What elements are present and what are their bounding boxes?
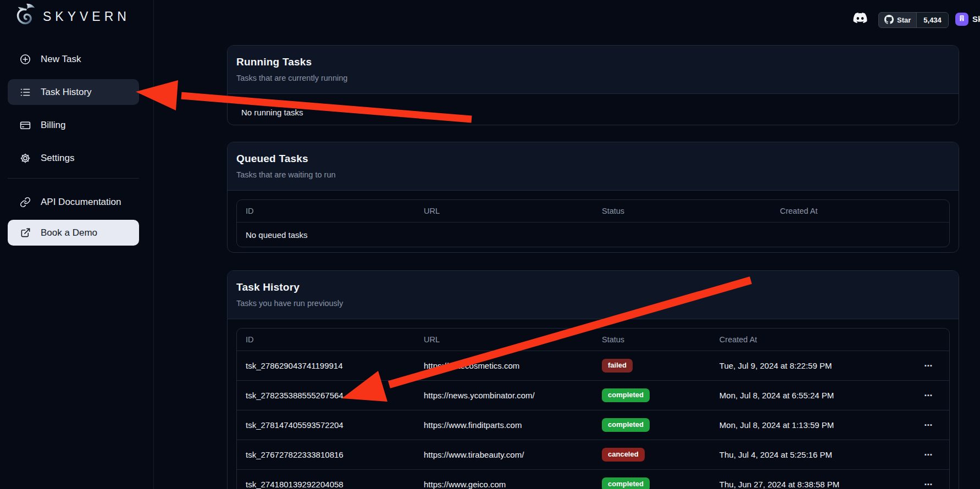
running-tasks-empty-message: No running tasks (228, 94, 959, 125)
sidebar-item-billing[interactable]: Billing (8, 112, 139, 138)
task-history-subtitle: Tasks you have run previously (236, 299, 950, 308)
column-header-id: ID (237, 335, 415, 344)
queued-tasks-card: Queued Tasks Tasks that are waiting to r… (227, 142, 959, 253)
list-icon (20, 87, 31, 98)
column-header-created-at: Created At (711, 335, 899, 344)
dragon-logo-icon (13, 3, 38, 30)
link-icon (20, 197, 31, 208)
status-badge: completed (602, 477, 650, 489)
sidebar-item-settings[interactable]: Settings (8, 145, 139, 171)
sidebar-nav: New Task Task History (8, 46, 139, 253)
running-tasks-header: Running Tasks Tasks that are currently r… (228, 46, 959, 94)
queued-tasks-table: ID URL Status Created At No queued tasks (236, 199, 950, 247)
running-tasks-subtitle: Tasks that are currently running (236, 74, 950, 82)
row-actions-menu-icon[interactable]: ⋯ (899, 480, 949, 489)
task-url: https://tartecosmetics.com (415, 361, 593, 370)
sidebar: SKYVERN New Task Task History (0, 0, 154, 489)
status-badge: canceled (602, 448, 645, 461)
task-url: https://news.ycombinator.com/ (415, 391, 593, 400)
status-badge: failed (602, 359, 633, 372)
sidebar-item-label: New Task (41, 54, 81, 65)
task-created-at: Tue, Jul 9, 2024 at 8:22:59 PM (711, 361, 899, 370)
external-link-icon (20, 227, 31, 238)
row-actions-menu-icon[interactable]: ⋯ (899, 450, 949, 460)
plus-circle-icon (20, 54, 31, 65)
sidebar-item-label: Task History (41, 87, 92, 98)
task-id: tsk_276727822333810816 (237, 450, 415, 459)
github-star-label: Star (897, 16, 911, 24)
credit-card-icon (20, 120, 31, 131)
task-created-at: Thu, Jul 4, 2024 at 5:25:16 PM (711, 450, 899, 459)
queued-tasks-table-header: ID URL Status Created At (237, 200, 949, 223)
row-actions-menu-icon[interactable]: ⋯ (899, 420, 949, 430)
queued-tasks-header: Queued Tasks Tasks that are waiting to r… (228, 142, 959, 191)
queued-tasks-title: Queued Tasks (236, 153, 950, 165)
account-name-partial[interactable]: Sk (972, 14, 980, 24)
task-row[interactable]: tsk_274180139292204058 https://www.geico… (237, 470, 949, 489)
sidebar-item-task-history[interactable]: Task History (8, 79, 139, 105)
running-tasks-card: Running Tasks Tasks that are currently r… (227, 45, 959, 125)
queued-tasks-subtitle: Tasks that are waiting to run (236, 170, 950, 179)
sidebar-divider (8, 178, 139, 179)
column-header-id: ID (237, 207, 415, 215)
task-row[interactable]: tsk_278629043741199914 https://tartecosm… (237, 351, 949, 381)
organization-building-icon (958, 14, 966, 24)
discord-icon[interactable] (852, 11, 868, 27)
running-tasks-title: Running Tasks (236, 56, 950, 68)
github-star-widget: Star 5,434 (878, 12, 949, 28)
queued-tasks-empty-message: No queued tasks (237, 223, 949, 247)
github-star-count[interactable]: 5,434 (916, 13, 948, 27)
github-star-button[interactable]: Star (879, 13, 916, 27)
status-badge: completed (602, 388, 650, 402)
task-history-card: Task History Tasks you have run previous… (227, 270, 959, 489)
task-row[interactable]: tsk_276727822333810816 https://www.tirab… (237, 440, 949, 470)
github-logo-icon (884, 15, 894, 26)
book-a-demo-label: Book a Demo (41, 227, 97, 238)
column-header-created-at: Created At (771, 207, 949, 215)
task-row[interactable]: tsk_278147405593572204 https://www.findi… (237, 410, 949, 440)
sidebar-item-label: Billing (41, 120, 65, 131)
task-history-table-header: ID URL Status Created At (237, 329, 949, 351)
task-id: tsk_278235388555267564 (237, 391, 415, 400)
sidebar-item-label: Settings (41, 153, 74, 164)
task-id: tsk_278147405593572204 (237, 420, 415, 430)
skyvern-app: SKYVERN New Task Task History (0, 0, 980, 489)
row-actions-menu-icon[interactable]: ⋯ (899, 361, 949, 371)
column-header-status: Status (593, 207, 771, 215)
skyvern-logo[interactable]: SKYVERN (13, 3, 130, 30)
task-url: https://www.geico.com (415, 480, 593, 489)
book-a-demo-button[interactable]: Book a Demo (8, 220, 139, 246)
task-row[interactable]: tsk_278235388555267564 https://news.ycom… (237, 381, 949, 410)
status-badge: completed (602, 418, 650, 431)
column-header-url: URL (415, 335, 593, 344)
sidebar-item-label: API Documentation (41, 197, 121, 208)
task-history-title: Task History (236, 281, 950, 293)
task-created-at: Mon, Jul 8, 2024 at 1:13:59 PM (711, 420, 899, 430)
sidebar-item-new-task[interactable]: New Task (8, 46, 139, 72)
task-created-at: Mon, Jul 8, 2024 at 6:55:24 PM (711, 391, 899, 400)
task-history-header: Task History Tasks you have run previous… (228, 271, 959, 319)
task-id: tsk_274180139292204058 (237, 480, 415, 489)
account-avatar[interactable] (955, 13, 968, 26)
task-created-at: Thu, Jun 27, 2024 at 8:38:58 PM (711, 480, 899, 489)
gear-icon (20, 153, 31, 164)
brand-name: SKYVERN (43, 9, 130, 24)
task-url: https://www.finditparts.com (415, 420, 593, 430)
task-id: tsk_278629043741199914 (237, 361, 415, 370)
task-url: https://www.tirabeauty.com/ (415, 450, 593, 459)
row-actions-menu-icon[interactable]: ⋯ (899, 391, 949, 401)
sidebar-item-api-documentation[interactable]: API Documentation (8, 189, 139, 215)
column-header-url: URL (415, 207, 593, 215)
column-header-status: Status (593, 335, 711, 344)
task-history-table: ID URL Status Created At tsk_27862904374… (236, 328, 950, 489)
